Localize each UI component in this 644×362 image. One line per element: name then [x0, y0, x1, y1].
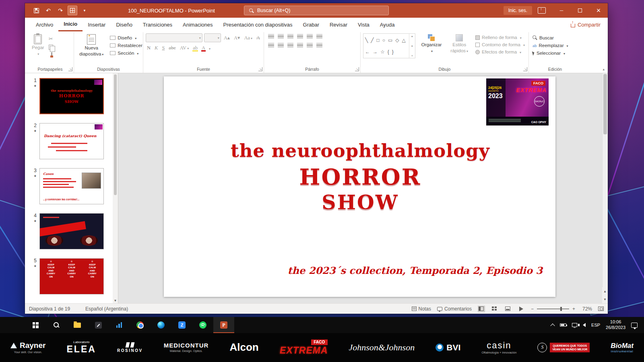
editor-scrollbar[interactable] [602, 73, 608, 303]
tab-inicio[interactable]: Inicio [58, 18, 83, 31]
ribbon-display-options-button[interactable] [538, 7, 546, 14]
collapse-ribbon-button[interactable]: ▴ [603, 67, 605, 71]
taskbar-search-button[interactable] [46, 317, 67, 333]
tab-ayuda[interactable]: Ayuda [375, 18, 400, 31]
zoom-percentage[interactable]: 72% [578, 306, 592, 312]
tab-presentacion[interactable]: Presentación con diapositivas [218, 18, 298, 31]
thumbnail-row-2[interactable]: 2★ Dancing (cataract) Queen [25, 123, 118, 159]
paragraph-dialog-launcher[interactable] [355, 67, 359, 71]
redo-button[interactable] [56, 6, 65, 15]
scrollbar-thumb[interactable] [114, 74, 117, 195]
numbering-button[interactable] [278, 34, 284, 39]
thumbnail-slide-4[interactable] [39, 213, 104, 249]
tab-revisar[interactable]: Revisar [324, 18, 353, 31]
slide-title-block[interactable]: the neuroophthalmology HORROR SHOW [227, 140, 493, 214]
align-center-button[interactable] [278, 43, 284, 47]
chrome-button[interactable] [130, 317, 151, 333]
layout-button[interactable]: Diseño [109, 35, 143, 41]
drawing-dialog-launcher[interactable] [523, 67, 527, 71]
format-painter-button[interactable] [49, 52, 54, 58]
spotify-button[interactable] [192, 317, 213, 333]
powerpoint-taskbar-button[interactable]: P [213, 317, 234, 333]
font-more-button[interactable] [208, 44, 211, 51]
tray-expand-icon[interactable] [550, 323, 555, 328]
font-size-select[interactable] [204, 33, 221, 42]
align-left-button[interactable] [268, 43, 274, 47]
font-color-button[interactable]: A [200, 45, 206, 51]
increase-font-button[interactable]: A▴ [223, 35, 231, 41]
customize-qat-button[interactable] [80, 6, 89, 15]
zoom-slider[interactable] [537, 309, 569, 309]
save-button[interactable] [31, 6, 41, 15]
fit-to-window-button[interactable] [598, 306, 604, 311]
comments-toggle[interactable]: Comentarios [437, 306, 472, 312]
table-tool-button[interactable] [68, 6, 77, 15]
slide-sorter-view-button[interactable] [491, 306, 498, 312]
slide-horror-text[interactable]: HORROR [227, 164, 493, 190]
bold-button[interactable]: N [146, 45, 152, 51]
keyboard-language[interactable]: ESP [591, 323, 600, 327]
volume-icon[interactable] [583, 323, 586, 327]
zoom-in-button[interactable]: + [572, 306, 575, 312]
tab-insertar[interactable]: Insertar [83, 18, 111, 31]
thumbnail-row-1[interactable]: 1★ the neuroophthalmology HORROR SHOW [25, 78, 118, 114]
thumbnail-slide-3[interactable]: Casos ...y comienzan las corridas!... [39, 168, 104, 204]
clear-format-button[interactable]: A [255, 35, 261, 41]
network-icon[interactable] [572, 323, 577, 327]
align-right-button[interactable] [287, 43, 293, 47]
share-button[interactable]: Compartir [571, 18, 601, 31]
faco-extrema-poster[interactable]: 24|25|26 AGOSTO 2023 FACO EXTREMA SACRyC… [486, 78, 549, 125]
shape-effects-button[interactable]: Efectos de forma [474, 49, 526, 55]
font-dialog-launcher[interactable] [258, 67, 262, 71]
smartart-convert-button[interactable] [316, 43, 322, 47]
zoom-slider-thumb[interactable] [560, 307, 562, 311]
previous-slide-button[interactable]: ▲ [602, 287, 608, 295]
language-indicator[interactable]: Español (Argentina) [85, 306, 128, 312]
tab-archivo[interactable]: Archivo [31, 18, 58, 31]
text-direction-button[interactable] [316, 34, 322, 39]
columns-button[interactable] [307, 43, 313, 47]
strikethrough-button[interactable]: abc [167, 45, 177, 51]
slideshow-view-button[interactable] [518, 306, 525, 312]
find-button[interactable]: Buscar [531, 35, 579, 41]
sign-in-button[interactable]: Inic. ses. [504, 6, 532, 15]
next-slide-button[interactable]: ▼ [602, 295, 608, 303]
indent-decrease-button[interactable] [287, 34, 293, 39]
edge-button[interactable] [151, 317, 171, 333]
notes-toggle[interactable]: Notas [412, 306, 431, 312]
shape-fill-button[interactable]: Relleno de forma [474, 35, 526, 40]
normal-view-button[interactable] [478, 306, 485, 312]
bullets-button[interactable] [268, 34, 274, 39]
clock[interactable]: 10:06 26/8/2023 [606, 319, 625, 331]
shape-outline-button[interactable]: Contorno de forma [474, 42, 526, 47]
copy-button[interactable] [49, 45, 53, 50]
search-box[interactable]: Buscar (Alt+Q) [244, 6, 389, 15]
action-center-icon[interactable] [631, 323, 638, 328]
paste-button[interactable]: Pegar [29, 33, 47, 58]
underline-button[interactable]: S [161, 45, 166, 51]
minimize-button[interactable] [552, 3, 571, 18]
italic-button[interactable]: K [153, 45, 159, 51]
indent-increase-button[interactable] [297, 34, 303, 39]
change-case-button[interactable]: Aa [243, 35, 254, 41]
file-explorer-button[interactable] [67, 317, 88, 333]
slide-title-text[interactable]: the neuroophthalmology [227, 140, 493, 161]
restore-button[interactable] [571, 3, 589, 18]
thumbnail-row-4[interactable]: 4★ [25, 213, 118, 249]
slide-subtitle-text[interactable]: the 2023´s collection, Temporada 2, Epis… [288, 265, 543, 276]
slide-canvas[interactable]: 24|25|26 AGOSTO 2023 FACO EXTREMA SACRyC… [164, 76, 555, 297]
thumbnail-row-5[interactable]: 5★ ♔ KEEP CALM AND CARRY ON ♔ KEEP CALM … [25, 258, 118, 294]
app-icon-stats[interactable] [109, 317, 130, 333]
app-icon-1[interactable] [88, 317, 109, 333]
tab-diseno[interactable]: Diseño [111, 18, 137, 31]
reset-button[interactable]: Restablecer [109, 43, 143, 48]
justify-button[interactable] [297, 43, 303, 47]
font-name-select[interactable] [146, 33, 202, 42]
thumbnail-row-3[interactable]: 3★ Casos ...y comienzan las corridas!... [25, 168, 118, 204]
tab-animaciones[interactable]: Animaciones [178, 18, 218, 31]
thumbnail-scrollbar[interactable]: ▼ [113, 73, 118, 303]
editor-scrollbar-thumb[interactable] [603, 74, 607, 134]
shapes-gallery-scroll[interactable]: ▴▾≡ [409, 34, 415, 58]
section-button[interactable]: Sección [109, 50, 143, 56]
undo-button[interactable] [43, 6, 53, 15]
